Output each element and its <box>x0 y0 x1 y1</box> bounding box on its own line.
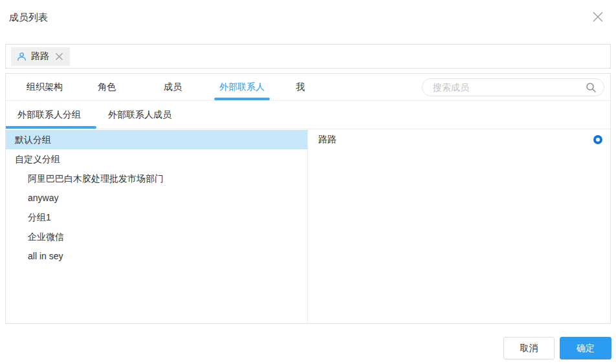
subtab-external-contact-groups[interactable]: 外部联系人分组 <box>17 109 81 121</box>
group-row[interactable]: all in sey <box>6 246 307 266</box>
selected-members-box[interactable]: 路路 <box>5 44 611 69</box>
tab-role[interactable]: 角色 <box>83 74 130 100</box>
member-row[interactable]: 路路 <box>308 130 610 149</box>
group-row[interactable]: anyway <box>6 188 307 208</box>
tab-member[interactable]: 成员 <box>130 74 215 100</box>
sub-tab-bar: 外部联系人分组 外部联系人成员 <box>6 101 610 129</box>
group-row[interactable]: 分组1 <box>6 208 307 227</box>
group-row-custom[interactable]: 自定义分组 <box>6 149 307 169</box>
member-pane: 路路 <box>308 129 610 323</box>
cancel-button[interactable]: 取消 <box>503 337 555 359</box>
person-icon <box>17 52 27 61</box>
picker-content: 默认分组 自定义分组 阿里巴巴白木胶处理批发市场部门 anyway 分组1 企业… <box>6 129 610 323</box>
tab-me[interactable]: 我 <box>269 74 332 100</box>
active-subtab-underline <box>6 126 96 129</box>
subtab-external-contact-members[interactable]: 外部联系人成员 <box>108 109 171 121</box>
search-box <box>422 78 604 96</box>
member-picker-panel: 组织架构 角色 成员 外部联系人 我 外部联系人分组 外部联系人成员 默认分组 … <box>5 73 611 324</box>
close-icon[interactable] <box>590 9 606 25</box>
selected-member-tag-label: 路路 <box>31 50 49 62</box>
page-title: 成员列表 <box>9 12 48 24</box>
tab-org-structure[interactable]: 组织架构 <box>6 74 83 100</box>
search-input[interactable] <box>433 79 582 96</box>
radio-selected-icon[interactable] <box>593 135 602 144</box>
member-list-dialog: 成员列表 路路 组织架构 角色 成员 外部联系人 我 <box>0 0 616 364</box>
group-list: 默认分组 自定义分组 阿里巴巴白木胶处理批发市场部门 anyway 分组1 企业… <box>6 129 308 323</box>
selected-member-tag: 路路 <box>11 47 70 66</box>
group-row-default[interactable]: 默认分组 <box>6 130 307 149</box>
tab-bar: 组织架构 角色 成员 外部联系人 我 <box>6 74 610 101</box>
group-row[interactable]: 阿里巴巴白木胶处理批发市场部门 <box>6 169 307 188</box>
group-row[interactable]: 企业微信 <box>6 227 307 246</box>
search-icon[interactable] <box>586 82 597 96</box>
member-name: 路路 <box>318 134 593 145</box>
confirm-button[interactable]: 确定 <box>560 337 611 359</box>
tab-external-contacts[interactable]: 外部联系人 <box>215 74 269 100</box>
remove-tag-icon[interactable] <box>55 52 63 61</box>
